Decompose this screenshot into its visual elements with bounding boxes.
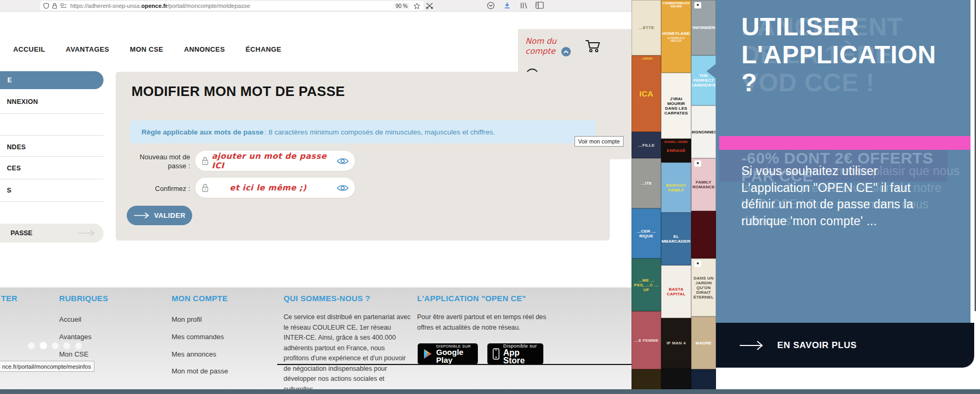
nav-item-accueil[interactable]: ACCUEIL (13, 45, 45, 53)
footer-rubriques-header: RUBRIQUES (59, 294, 108, 303)
footer-application-text: Pour être averti partout et en temps rée… (417, 312, 559, 333)
new-password-annotation: ajouter un mot de passe ICI (212, 151, 337, 170)
footer-link-mot-de-passe[interactable]: Mon mot de passe (172, 367, 228, 375)
footer-application-header: L'APPLICATION "OPEN CE" (417, 294, 526, 303)
footer-qui-sommes-nous-header: QUI SOMMES-NOUS ? (284, 294, 370, 303)
carousel-dots (28, 342, 82, 349)
page: https://adherent-snep-unsa.opence.fr/por… (0, 0, 980, 394)
carousel-dot[interactable] (75, 342, 82, 349)
poster-tile: THE PERFECT CANDIDATE (691, 55, 716, 105)
new-password-label: Nouveau mot de passe : (137, 152, 190, 170)
url-text: https://adherent-snep-unsa.opence.fr/por… (70, 3, 250, 9)
poster-tile: 2 NOMINATIONS AUX OSCARSHONEYLANDLA FEMM… (661, 0, 691, 73)
google-play-icon (423, 349, 432, 359)
confirm-password-label: Confirmez : (137, 184, 190, 193)
panel-edge-line (975, 0, 976, 311)
poster-tile: EL EMBARCADERO (661, 213, 691, 265)
poster-tile: madre (691, 316, 716, 369)
poster-tile: MIGNONNES (691, 105, 716, 158)
poster-tile: BIGFOOT FAMILY (661, 162, 691, 213)
carousel-dot[interactable] (28, 342, 35, 349)
url-field[interactable]: https://adherent-snep-unsa.opence.fr/por… (40, 1, 423, 11)
lock-icon[interactable] (52, 3, 57, 9)
footer-link-mes-annonces[interactable]: Mes annonces (172, 350, 216, 358)
download-icon[interactable] (503, 2, 511, 9)
poster-tile: IP MAN 4 (661, 318, 691, 368)
padlock-icon (202, 157, 209, 166)
heart-icon: ♥ (694, 160, 701, 167)
sidebar-toggle-icon[interactable] (535, 2, 544, 9)
rule-label: Règle applicable aux mots de passe (142, 128, 263, 136)
badge-bottom-text: Google Play (436, 348, 473, 364)
carousel-dot[interactable] (40, 342, 47, 349)
password-card: MODIFIER MON MOT DE PASSE Règle applicab… (116, 72, 610, 241)
eye-icon[interactable] (337, 157, 348, 165)
screenshot-extension-icon[interactable] (426, 2, 434, 9)
arrow-right-icon (134, 212, 149, 219)
footer-contact-header: TER (1, 294, 17, 303)
en-savoir-plus-button[interactable]: EN SAVOIR PLUS (716, 323, 974, 368)
sidebar-item-annonces[interactable]: CES (7, 165, 21, 172)
permissions-icon[interactable] (60, 3, 67, 8)
valider-button[interactable]: VALIDER (127, 206, 192, 225)
nav-item-echange[interactable]: ÉCHANGE (246, 45, 281, 53)
carousel-dot[interactable] (52, 342, 59, 349)
footer-link-mon-cse[interactable]: Mon CSE (59, 350, 89, 358)
browser-address-bar: https://adherent-snep-unsa.opence.fr/por… (0, 0, 632, 12)
nav-item-annonces[interactable]: ANNONCES (184, 45, 225, 53)
bottom-accent-bar (0, 389, 980, 394)
footer-link-mes-commandes[interactable]: Mes commandes (172, 333, 224, 341)
sidebar-item-active[interactable]: E (0, 71, 103, 89)
poster-tile: L'INFIRMIÈRE♥ (691, 0, 716, 55)
main-navigation: ACCUEIL AVANTAGES MON CSE ANNONCES ÉCHAN… (13, 45, 281, 53)
poster-tile: …AMAKOICA (632, 55, 661, 132)
sidebar-passe-label: PASSE (11, 229, 32, 237)
chevron-up-icon[interactable] (561, 47, 571, 56)
sidebar-item-connexion[interactable]: NNEXION (7, 98, 38, 105)
carousel-dot[interactable] (63, 342, 70, 349)
poster-tile: BASTA CAPITAL (661, 265, 691, 318)
page-title: MODIFIER MON MOT DE PASSE (131, 83, 345, 100)
arrow-right-icon (739, 340, 764, 351)
sidebar-item-mot-de-passe[interactable]: PASSE (0, 224, 103, 243)
app-store-badge[interactable]: Disponible sur App Store (487, 343, 544, 365)
nav-item-mon-cse[interactable]: MON CSE (130, 45, 163, 53)
pocket-icon[interactable] (487, 2, 495, 9)
shield-icon[interactable] (43, 3, 49, 9)
heart-icon: ♥ (694, 261, 701, 267)
eye-icon[interactable] (337, 184, 348, 192)
poster-tile: FAMILY ROMANCE♥ (691, 158, 716, 211)
footer-mon-compte-header: MON COMPTE (172, 294, 228, 303)
poster-tile: J'irai mourir dans les Carpates (661, 73, 691, 139)
promo-text: Si vous souhaitez utiliser L'application… (741, 163, 927, 229)
footer-link-accueil[interactable]: Accueil (59, 315, 81, 323)
promo-title: UTILISER L'APPLICATION ? (741, 13, 936, 97)
bookmark-star-icon[interactable] (413, 3, 420, 9)
poster-tile: …E FEMME (632, 311, 661, 369)
sidebar-item-partial[interactable]: S (7, 187, 12, 194)
cart-icon[interactable] (585, 39, 601, 53)
poster-tile (691, 211, 716, 258)
footer-about-text: Ce service est distribué en partenariat … (284, 312, 412, 394)
poster-tile: …CER …RIQUE (632, 208, 661, 258)
footer-link-mon-profil[interactable]: Mon profil (172, 315, 202, 323)
footer-link-avantages[interactable]: Avantages (59, 333, 91, 341)
valider-label: VALIDER (154, 212, 186, 219)
promo-panel: LANCEMENT DE LA 1ÈRE VOD CCE ! UTILISER … (716, 0, 970, 323)
new-password-input[interactable]: ajouter un mot de passe ICI (195, 151, 355, 171)
confirm-password-input[interactable]: et ici le même ;) (195, 178, 355, 198)
zoom-level-badge[interactable]: 90 % (393, 3, 410, 9)
nav-item-avantages[interactable]: AVANTAGES (66, 45, 109, 53)
status-bar-link-preview: nce.fr/portail/moncompte/mesinfos (0, 361, 95, 372)
google-play-badge[interactable]: DISPONIBLE SUR Google Play (417, 343, 478, 365)
password-rule-box: Règle applicable aux mots de passe : 8 c… (130, 120, 596, 143)
apple-phone-icon (493, 348, 500, 360)
movie-poster-collage: …ette…AMAKOICA…Fille…ITE…CER …RIQUE…ME …… (632, 0, 716, 394)
library-icon[interactable] (520, 2, 528, 9)
poster-tile: DANS UN JARDIN QU'ON DIRAIT ÉTERNEL♥ (691, 258, 716, 316)
heart-icon: ♥ (694, 2, 701, 8)
poster-tile: …ME …PES, …C …UF (632, 258, 661, 311)
rule-text: : 8 caractères minimum composés de minus… (265, 128, 495, 136)
padlock-icon (202, 184, 209, 193)
sidebar-item-commandes[interactable]: NDES (7, 143, 26, 151)
